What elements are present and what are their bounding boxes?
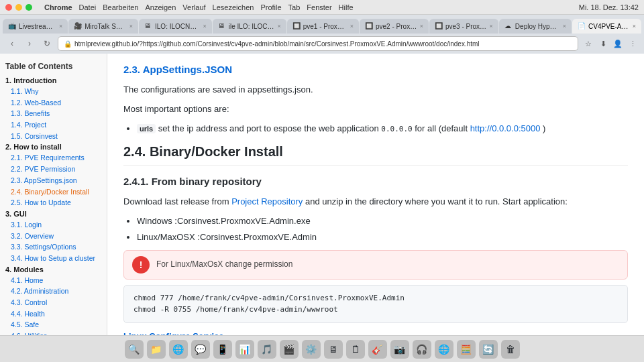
tab-label: pve2 - Proxmo… xyxy=(376,23,417,30)
windows-item: Windows :Corsinvest.ProxmoxVE.Admin.exe xyxy=(137,215,628,229)
dock-settings[interactable]: ⚙️ xyxy=(302,340,321,359)
tab-ilo2[interactable]: 🖥 ile ILO: ILOCNXD0… × xyxy=(213,19,286,34)
dock-spotify[interactable]: 🎸 xyxy=(368,340,387,359)
toc-item-1-5[interactable]: 1.5. Corsinvest xyxy=(0,131,107,142)
menu-profile[interactable]: Profile xyxy=(260,3,281,11)
dock-finder[interactable]: 🔍 xyxy=(125,340,144,359)
section-2-4-heading: 2.4. Binary/Docker Install xyxy=(123,141,628,166)
dock-browser[interactable]: 🌐 xyxy=(169,340,188,359)
dock-photos[interactable]: 📷 xyxy=(390,340,409,359)
toc-item-2-1[interactable]: 2.1. PVE Requirements xyxy=(0,152,107,164)
intro-paragraph: The configurations are saved in appsetti… xyxy=(123,83,628,97)
back-button[interactable]: ‹ xyxy=(5,37,19,50)
tab-close-icon[interactable]: × xyxy=(563,23,566,29)
dock-calendar[interactable]: 📊 xyxy=(235,340,254,359)
dock-facetime[interactable]: 📱 xyxy=(213,340,232,359)
toc-item-3-4[interactable]: 3.4. How to Setup a cluster xyxy=(0,253,107,264)
tab-mirotalk[interactable]: 🎥 MiroTalk SFU (… × xyxy=(68,19,138,34)
tab-close-icon[interactable]: × xyxy=(203,23,206,29)
toc-section-1[interactable]: 1. Introduction xyxy=(0,75,107,86)
toolbar-icons: ☆ ⬇ 👤 ⋮ xyxy=(582,38,639,50)
menu-tab[interactable]: Tab xyxy=(288,3,301,11)
menu-bearbeiten[interactable]: Bearbeiten xyxy=(103,3,138,11)
reload-button[interactable]: ↻ xyxy=(40,37,54,50)
tab-close-icon[interactable]: × xyxy=(277,23,280,29)
tab-pve2[interactable]: 🔲 pve2 - Proxmo… × xyxy=(360,19,429,34)
toc-section-2[interactable]: 2. How to install xyxy=(0,141,107,152)
window-controls[interactable] xyxy=(5,4,32,11)
toc-item-2-4[interactable]: 2.4. Binary/Docker Install xyxy=(0,186,107,198)
toc-item-2-3[interactable]: 2.3. AppSettings.json xyxy=(0,175,107,186)
dock-messages[interactable]: 💬 xyxy=(191,340,210,359)
dock-notes[interactable]: 🗒 xyxy=(346,340,365,359)
menu-icon[interactable]: ⋮ xyxy=(627,38,639,50)
menu-lesezeichen[interactable]: Lesezeichen xyxy=(213,3,254,11)
tab-favicon: 📄 xyxy=(578,22,586,30)
mac-dock: 🔍 📁 🌐 💬 📱 📊 🎵 🎬 ⚙️ 🖥 🗒 🎸 📷 🎧 🌐 🧮 🔄 🗑 xyxy=(0,335,644,362)
tab-pve1[interactable]: 🔲 pve1 - Proxmos… × xyxy=(287,19,359,34)
profile-icon[interactable]: 👤 xyxy=(612,38,624,50)
tab-cv4pve[interactable]: 📄 CV4PVE-ADMIN × xyxy=(572,19,641,34)
toc-section-3[interactable]: 3. GUI xyxy=(0,208,107,219)
toc-item-2-5[interactable]: 2.5. How to Update xyxy=(0,197,107,208)
tab-deploy[interactable]: ☁ Deploy Hyper-C… × xyxy=(499,19,572,34)
toc-item-1-4[interactable]: 1.4. Project xyxy=(0,119,107,131)
toc-item-4-6[interactable]: 4.6. Utilities xyxy=(0,330,107,335)
maximize-button[interactable] xyxy=(25,4,32,11)
menu-verlauf[interactable]: Verlauf xyxy=(182,3,205,11)
tab-ilo1[interactable]: 🖥 ILO: ILOCNXD0… × xyxy=(139,19,212,34)
menu-datei[interactable]: Datei xyxy=(79,3,97,11)
tab-favicon: 🖥 xyxy=(144,22,152,30)
mac-status-bar: Mi. 18. Dez. 13:42 xyxy=(354,3,639,11)
toc-item-1-3[interactable]: 1.3. Benefits xyxy=(0,108,107,119)
menu-fenster[interactable]: Fenster xyxy=(307,3,331,11)
toc-item-3-3[interactable]: 3.3. Settings/Options xyxy=(0,241,107,253)
tab-close-icon[interactable]: × xyxy=(490,23,493,29)
menu-anzeigen[interactable]: Anzeigen xyxy=(145,3,176,11)
toc-item-4-1[interactable]: 4.1. Home xyxy=(0,275,107,286)
download-icon[interactable]: ⬇ xyxy=(597,38,609,50)
urls-link[interactable]: http://0.0.0.0:5000 xyxy=(470,123,541,133)
dock-updates[interactable]: 🔄 xyxy=(479,340,498,359)
toc-item-4-3[interactable]: 4.3. Control xyxy=(0,297,107,308)
menu-chrome[interactable]: Chrome xyxy=(44,3,72,11)
toc-item-3-2[interactable]: 3.2. Overview xyxy=(0,231,107,242)
dock-tv[interactable]: 🎬 xyxy=(280,340,299,359)
tab-pve3[interactable]: 🔲 pve3 - Proxmo… × xyxy=(429,19,498,34)
menu-hilfe[interactable]: Hilfe xyxy=(339,3,354,11)
toc-item-2-2[interactable]: 2.2. PVE Permission xyxy=(0,164,107,175)
close-button[interactable] xyxy=(5,4,12,11)
tab-label: Deploy Hyper-C… xyxy=(515,23,560,30)
toc-item-1-1[interactable]: 1.1. Why xyxy=(0,86,107,97)
url-text: htmlpreview.github.io/?https://github.co… xyxy=(74,40,480,48)
toc-section-4[interactable]: 4. Modules xyxy=(0,264,107,275)
chmod-code-block: chmod 777 /home/frank/cv4pve-admin/Corsi… xyxy=(123,285,628,323)
tab-livestreaming[interactable]: 📺 Livestreaming - × xyxy=(3,19,68,34)
dock-trash[interactable]: 🗑 xyxy=(501,340,520,359)
dock-files[interactable]: 📁 xyxy=(147,340,166,359)
address-box[interactable]: 🔒 htmlpreview.github.io/?https://github.… xyxy=(58,36,578,51)
toc-item-4-4[interactable]: 4.4. Health xyxy=(0,308,107,320)
toc-item-1-2[interactable]: 1.2. Web-Based xyxy=(0,97,107,109)
linux-item: Linux/MaxOSX :Corsinvest.ProxmoxVE.Admin xyxy=(137,231,628,245)
dock-calculator[interactable]: 🧮 xyxy=(457,340,476,359)
tab-close-icon[interactable]: × xyxy=(420,23,423,29)
tab-close-icon[interactable]: × xyxy=(59,23,62,29)
tab-close-icon[interactable]: × xyxy=(350,23,354,29)
dock-chrome[interactable]: 🌐 xyxy=(435,340,453,359)
toc-item-4-5[interactable]: 4.5. Safe xyxy=(0,319,107,330)
forward-button[interactable]: › xyxy=(23,37,36,50)
options-list: urls set the ip address and port to espo… xyxy=(137,122,628,136)
urls-code: urls xyxy=(137,124,156,133)
bookmark-icon[interactable]: ☆ xyxy=(582,38,594,50)
info-box-text: For Linux/MaxOsX change permission xyxy=(156,258,292,271)
tab-close-icon[interactable]: × xyxy=(633,23,636,29)
toc-item-4-2[interactable]: 4.2. Administration xyxy=(0,286,107,297)
tab-close-icon[interactable]: × xyxy=(129,23,133,29)
dock-podcasts[interactable]: 🎧 xyxy=(413,340,431,359)
minimize-button[interactable] xyxy=(15,4,22,11)
project-repo-link[interactable]: Project Repository xyxy=(231,196,303,206)
toc-item-3-1[interactable]: 3.1. Login xyxy=(0,219,107,231)
dock-music[interactable]: 🎵 xyxy=(258,340,276,359)
dock-terminal[interactable]: 🖥 xyxy=(324,340,343,359)
